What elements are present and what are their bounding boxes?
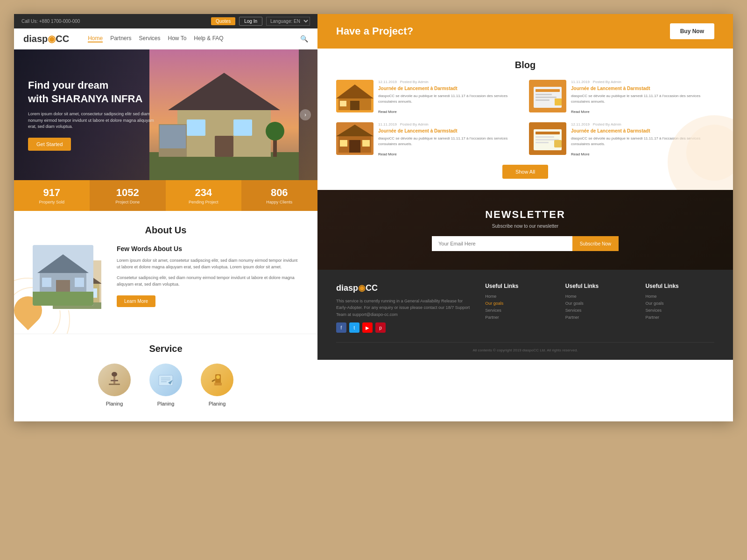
footer: diasp◉CC This service is currently runni… [317,270,733,360]
newsletter-form: Subscribe Now [432,236,619,251]
footer-link-home-2[interactable]: Home [565,294,634,299]
have-project-section: Have a Project? Buy Now [317,14,733,49]
footer-link-goals-1[interactable]: Our goals [485,301,554,306]
blog-content-1: 12.11.2019 Posted By Admin Journée de La… [378,80,521,115]
about-para-2: Consetetur sadipscing elitr, sed diam no… [117,274,299,288]
footer-link-partner-1[interactable]: Partner [485,315,554,320]
navigation: diasp◉CC Home Partners Services How To H… [14,28,317,49]
nav-home[interactable]: Home [88,35,103,42]
about-image-1 [33,245,93,306]
footer-link-home-3[interactable]: Home [645,294,714,299]
stat-number-3: 234 [169,187,238,199]
footer-link-goals-3[interactable]: Our goals [645,301,714,306]
blog-image-3 [336,122,374,155]
read-more-4[interactable]: Read More [571,152,590,156]
facebook-icon[interactable]: f [336,322,346,333]
youtube-icon[interactable]: ▶ [362,322,373,333]
footer-link-partner-3[interactable]: Partner [645,315,714,320]
svg-rect-62 [554,140,562,147]
newsletter-section: NEWSLETTER Subscribe now to our newslett… [317,190,733,270]
show-all-button[interactable]: Show All [502,165,548,179]
about-subtitle: Few Words About Us [117,245,299,252]
svg-rect-59 [536,136,554,138]
blog-meta-3: 11.11.2019 Posted By Admin [378,122,521,126]
nav-services[interactable]: Services [139,35,161,42]
copyright-text: All contents © copyright 2019 diaspoCC L… [472,348,578,352]
footer-link-partner-2[interactable]: Partner [565,315,634,320]
footer-link-services-2[interactable]: Services [565,308,634,313]
svg-rect-54 [340,140,347,147]
svg-point-36 [216,375,220,379]
newsletter-email-input[interactable] [432,236,572,251]
svg-rect-45 [536,89,560,92]
svg-rect-49 [555,98,562,105]
svg-rect-15 [42,278,51,287]
svg-rect-9 [273,138,277,157]
nav-links: Home Partners Services How To Help & FAQ [88,35,291,42]
search-icon[interactable]: 🔍 [300,35,308,42]
login-button[interactable]: Log In [239,17,262,26]
left-panel: Call Us: +880 1700-000-000 Quotes Log In… [14,14,317,421]
logo-accent: ◉ [48,34,56,44]
footer-links-3: Home Our goals Services Partner [645,294,714,320]
stat-pending-project: 234 Pending Project [166,180,242,211]
svg-rect-47 [536,97,557,98]
footer-copyright: All contents © copyright 2019 diaspoCC L… [336,342,714,352]
logo: diasp◉CC [23,33,69,44]
footer-link-goals-2[interactable]: Our goals [565,301,634,306]
service-icons: Planing Planing [33,364,299,407]
stat-number-1: 917 [18,187,86,199]
service-icon-2 [149,364,182,396]
get-started-button[interactable]: Get Started [28,138,71,151]
language-select[interactable]: Language: EN Language: FR [266,17,310,26]
blog-card-1: 12.11.2019 Posted By Admin Journée de La… [336,80,521,115]
footer-link-home-1[interactable]: Home [485,294,554,299]
buy-now-button[interactable]: Buy Now [670,23,714,39]
read-more-2[interactable]: Read More [571,110,590,114]
footer-link-services-1[interactable]: Services [485,308,554,313]
blog-card-3: 11.11.2019 Posted By Admin Journée de La… [336,122,521,157]
top-bar: Call Us: +880 1700-000-000 Quotes Log In… [14,14,317,28]
stat-label-1: Property Sold [18,200,86,204]
blog-card-title-1: Journée de Lancement à Darmstadt [378,85,521,91]
svg-rect-46 [536,94,552,95]
hero-next-arrow[interactable]: › [300,109,311,120]
svg-rect-48 [536,99,550,101]
blog-content-2: 11.11.2019 Posted By Admin Journée de La… [571,80,714,115]
service-item-1: Planing [98,364,131,407]
svg-rect-35 [214,383,222,385]
footer-socials: f t ▶ p [336,322,474,333]
blog-card-title-2: Journée de Lancement à Darmstadt [571,85,714,91]
about-text: Few Words About Us Lorem ipsum dolor sit… [117,245,299,307]
svg-rect-55 [362,140,370,147]
quotes-button[interactable]: Quotes [211,17,235,25]
footer-links-2: Home Our goals Services Partner [565,294,634,320]
twitter-icon[interactable]: t [349,322,359,333]
subscribe-button[interactable]: Subscribe Now [572,236,619,251]
blog-excerpt-1: diaspoCC se dévoile au publique le samed… [378,93,521,105]
pinterest-icon[interactable]: p [375,322,386,333]
stat-project-done: 1052 Project Done [90,180,166,211]
read-more-1[interactable]: Read More [378,110,397,114]
service-label-3: Planing [209,401,226,406]
footer-col-2-title: Useful Links [565,283,634,289]
blog-content-3: 11.11.2019 Posted By Admin Journée de La… [378,122,521,157]
have-project-title: Have a Project? [336,25,413,37]
newsletter-title: NEWSLETTER [485,209,565,221]
svg-rect-37 [211,379,215,382]
stat-number-4: 806 [246,187,314,199]
footer-link-services-3[interactable]: Services [645,308,714,313]
learn-more-button[interactable]: Learn More [117,295,155,307]
newsletter-subtitle: Subscribe now to our newsletter [492,224,558,229]
nav-howto[interactable]: How To [168,35,187,42]
nav-partners[interactable]: Partners [110,35,131,42]
stat-happy-clients: 806 Happy Clients [242,180,318,211]
read-more-3[interactable]: Read More [378,152,397,156]
nav-help[interactable]: Help & FAQ [194,35,223,42]
svg-rect-42 [340,101,346,106]
svg-rect-53 [349,140,360,153]
blog-meta-2: 11.11.2019 Posted By Admin [571,80,714,84]
footer-col-3: Useful Links Home Our goals Services Par… [645,283,714,333]
top-bar-right: Quotes Log In Language: EN Language: FR [211,17,310,26]
svg-rect-58 [536,132,560,134]
